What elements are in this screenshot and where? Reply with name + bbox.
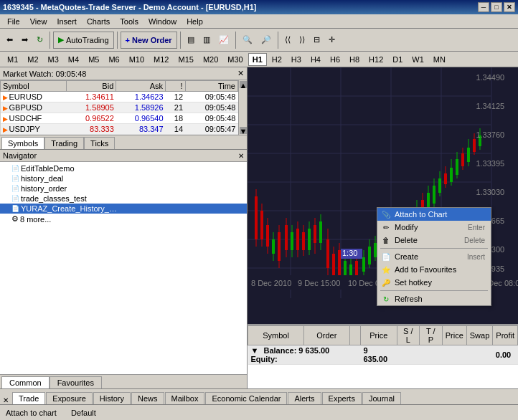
nav-item-trade-classes[interactable]: 📄 trade_classes_test xyxy=(0,194,247,204)
forward-button[interactable]: ➡ xyxy=(18,31,32,49)
nav-tab-common[interactable]: Common xyxy=(1,376,50,388)
zoom-in-button[interactable]: 🔍 xyxy=(239,31,256,49)
svg-text:1.34125: 1.34125 xyxy=(476,102,504,110)
menu-tools[interactable]: Tools xyxy=(116,16,143,27)
market-watch-tabs: Symbols Trading Ticks xyxy=(0,135,247,149)
chart-line-button[interactable]: 📈 xyxy=(215,31,232,49)
scroll-down-btn[interactable]: ▼ xyxy=(240,127,247,134)
maximize-button[interactable]: □ xyxy=(491,2,502,12)
tab-trade[interactable]: Trade xyxy=(12,392,45,404)
menu-file[interactable]: File xyxy=(3,16,24,27)
tf-m30[interactable]: M30 xyxy=(223,53,247,66)
neworder-button[interactable]: + New Order xyxy=(121,32,177,49)
table-row[interactable]: ▶EURUSD 1.34611 1.34623 12 09:05:48 xyxy=(1,92,238,102)
market-watch-close[interactable]: ✕ xyxy=(237,69,244,78)
chart-candle-button[interactable]: ▥ xyxy=(199,31,214,49)
tf-m20[interactable]: M20 xyxy=(199,53,222,66)
autotrading-button[interactable]: ▶ AutoTrading xyxy=(53,32,114,49)
tab-exposure[interactable]: Exposure xyxy=(46,392,92,404)
ctx-delete[interactable]: 🗑 Delete Delete xyxy=(377,234,491,247)
ctx-create[interactable]: 📄 Create Insert xyxy=(377,250,491,263)
tf-mn[interactable]: MN xyxy=(429,53,450,66)
chart-bars-button[interactable]: ▤ xyxy=(184,31,198,49)
tab-mailbox[interactable]: Mailbox xyxy=(165,392,205,404)
navigator-close[interactable]: ✕ xyxy=(238,152,244,160)
ctx-refresh[interactable]: ↻ Refresh xyxy=(377,292,491,305)
delete-icon: 🗑 xyxy=(380,234,392,246)
tab-ticks[interactable]: Ticks xyxy=(84,137,115,149)
ctx-create-shortcut: Insert xyxy=(467,253,485,261)
scroll-up-btn[interactable]: ▲ xyxy=(240,81,247,88)
menu-window[interactable]: Window xyxy=(144,16,181,27)
tf-h4[interactable]: H4 xyxy=(306,53,325,66)
svg-text:1.33395: 1.33395 xyxy=(476,159,504,168)
attach-icon: 📎 xyxy=(380,209,392,220)
tf-m4[interactable]: M4 xyxy=(64,53,83,66)
tf-h1[interactable]: H1 xyxy=(248,53,267,66)
mw-scrollbar[interactable]: ▲ ▼ xyxy=(238,80,247,135)
tf-m6[interactable]: M6 xyxy=(104,53,123,66)
tab-history[interactable]: History xyxy=(93,392,131,404)
nav-item-edittable[interactable]: 📄 EditTableDemo xyxy=(0,163,247,173)
col-time: Time xyxy=(185,81,237,92)
tf-h8[interactable]: H8 xyxy=(345,53,364,66)
bid-cell: 83.333 xyxy=(67,124,116,135)
crosshair-button[interactable]: ✛ xyxy=(325,31,339,49)
tf-m3[interactable]: M3 xyxy=(44,53,63,66)
empty-swap xyxy=(466,345,493,365)
tf-h3[interactable]: H3 xyxy=(287,53,306,66)
tab-trading[interactable]: Trading xyxy=(44,137,84,149)
menu-insert[interactable]: Insert xyxy=(52,16,81,27)
table-row[interactable]: ▶USDCHF 0.96522 0.96540 18 09:05:48 xyxy=(1,113,238,124)
nav-item-history-deal[interactable]: 📄 history_deal xyxy=(0,173,247,183)
empty-tp xyxy=(419,345,442,365)
scroll-left-button[interactable]: ⟨⟨ xyxy=(281,31,294,49)
script-icon: 📄 xyxy=(11,165,19,172)
refresh-button[interactable]: ↻ xyxy=(33,31,47,49)
nav-item-history-order[interactable]: 📄 history_order xyxy=(0,183,247,194)
nav-tab-favourites[interactable]: Favourites xyxy=(50,376,102,388)
chart-area[interactable]: 1:30 8 Dec 2010 9 Dec 15:00 10 Dec 07:00… xyxy=(248,67,518,324)
ctx-set-hotkey[interactable]: 🔑 Set hotkey xyxy=(377,276,491,289)
tf-m1[interactable]: M1 xyxy=(3,53,22,66)
tf-d1[interactable]: D1 xyxy=(388,53,407,66)
ctx-attach-to-chart[interactable]: 📎 Attach to Chart xyxy=(377,208,491,221)
script-icon: 📄 xyxy=(11,175,19,182)
table-row[interactable]: ▶USDJPY 83.333 83.347 14 09:05:47 xyxy=(1,124,238,135)
tf-m15[interactable]: M15 xyxy=(174,53,198,66)
tf-h12[interactable]: H12 xyxy=(364,53,387,66)
tf-w1[interactable]: W1 xyxy=(408,53,428,66)
tf-m2[interactable]: M2 xyxy=(23,53,42,66)
svg-text:1:30: 1:30 xyxy=(342,249,357,257)
period-sep-button[interactable]: ⊟ xyxy=(310,31,324,49)
menu-view[interactable]: View xyxy=(26,16,52,27)
minimize-button[interactable]: ─ xyxy=(478,2,489,12)
ctx-item-label: Create xyxy=(395,252,418,261)
menu-charts[interactable]: Charts xyxy=(83,16,114,27)
tab-symbols[interactable]: Symbols xyxy=(1,137,44,149)
nav-item-yuraz[interactable]: 📄 YURAZ_Create_History_CSV_From_MTS_for_… xyxy=(0,204,247,214)
back-button[interactable]: ⬅ xyxy=(3,31,17,49)
nav-item-more[interactable]: ⚙ 8 more... xyxy=(0,214,247,224)
tab-news[interactable]: News xyxy=(131,392,164,404)
table-row[interactable]: ▶GBPUSD 1.58905 1.58926 21 09:05:48 xyxy=(1,102,238,113)
tab-journal[interactable]: Journal xyxy=(362,392,401,404)
terminal-close[interactable]: ✕ xyxy=(3,396,9,404)
tf-h6[interactable]: H6 xyxy=(326,53,344,66)
status-bar: Attach to chart Default xyxy=(0,404,518,420)
zoom-out-button[interactable]: 🔎 xyxy=(258,31,275,49)
tab-experts[interactable]: Experts xyxy=(322,392,362,404)
close-button[interactable]: ✕ xyxy=(504,2,515,12)
refresh-icon: ↻ xyxy=(380,293,392,305)
ctx-modify[interactable]: ✏ Modify Enter xyxy=(377,221,491,234)
scroll-right-button[interactable]: ⟩⟩ xyxy=(296,31,309,49)
tf-m10[interactable]: M10 xyxy=(125,53,149,66)
ctx-add-favourites[interactable]: ⭐ Add to Favourites xyxy=(377,263,491,276)
tf-h2[interactable]: H2 xyxy=(268,53,286,66)
tf-m5[interactable]: M5 xyxy=(84,53,103,66)
navigator: Navigator ✕ 📄 EditTableDemo 📄 history_de… xyxy=(0,150,247,388)
tab-alerts[interactable]: Alerts xyxy=(288,392,321,404)
menu-help[interactable]: Help xyxy=(182,16,207,27)
tf-m12[interactable]: M12 xyxy=(149,53,173,66)
tab-economic-calendar[interactable]: Economic Calendar xyxy=(205,392,287,404)
